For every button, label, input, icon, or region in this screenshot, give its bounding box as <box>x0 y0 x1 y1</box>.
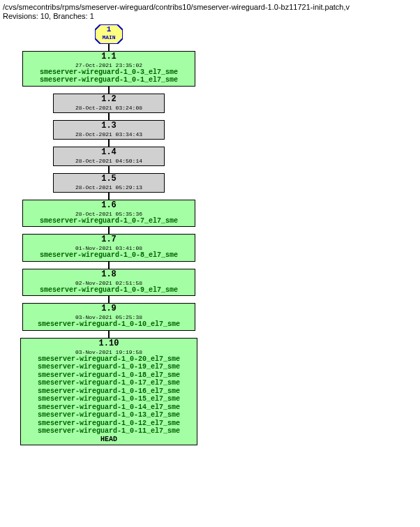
revision-tag: smeserver-wireguard-1_0-13_el7_sme <box>25 411 193 420</box>
revision-tag: smeserver-wireguard-1_0-15_el7_sme <box>25 395 193 403</box>
revision-tag: smeserver-wireguard-1_0-11_el7_sme <box>25 427 193 436</box>
revision-date: 03-Nov-2021 05:25:38 <box>27 314 190 320</box>
revision-date: 27-Oct-2021 23:35:02 <box>27 62 190 68</box>
connector <box>108 113 110 120</box>
revision-tag: smeserver-wireguard-1_0-8_el7_sme <box>27 251 190 260</box>
connector <box>108 140 110 147</box>
revision-date: 28-Oct-2021 03:34:43 <box>58 131 160 138</box>
revision-tag: smeserver-wireguard-1_0-1_el7_sme <box>27 76 190 84</box>
revision-date: 28-Oct-2021 03:24:08 <box>58 105 160 111</box>
revision-box[interactable]: 1.428-Oct-2021 04:50:14 <box>53 147 165 166</box>
revision-tag: smeserver-wireguard-1_0-17_el7_sme <box>25 379 193 387</box>
revision-box[interactable]: 1.528-Oct-2021 05:29:13 <box>53 173 165 193</box>
file-path: /cvs/smecontribs/rpms/smeserver-wireguar… <box>3 3 417 11</box>
revision-tag: smeserver-wireguard-1_0-3_el7_sme <box>27 68 190 77</box>
revision-box[interactable]: 1.228-Oct-2021 03:24:08 <box>53 94 165 113</box>
revision-number: 1.8 <box>27 270 190 280</box>
revision-number: 1.4 <box>58 148 160 158</box>
branch-number: 1 <box>95 25 123 34</box>
connector <box>108 227 110 234</box>
revision-number: 1.6 <box>27 201 190 211</box>
revision-tag: smeserver-wireguard-1_0-14_el7_sme <box>25 403 193 412</box>
revision-number: 1.10 <box>25 339 193 349</box>
connector <box>108 44 110 51</box>
revision-box[interactable]: 1.127-Oct-2021 23:35:02smeserver-wiregua… <box>22 51 195 87</box>
revision-tag: smeserver-wireguard-1_0-10_el7_sme <box>27 320 190 329</box>
revision-date: 28-Oct-2021 05:29:13 <box>58 184 160 191</box>
revision-box[interactable]: 1.802-Nov-2021 02:51:58smeserver-wiregua… <box>22 269 195 296</box>
revision-date: 03-Nov-2021 19:19:58 <box>25 349 193 355</box>
revision-tag: smeserver-wireguard-1_0-7_el7_sme <box>27 217 190 225</box>
revision-number: 1.1 <box>27 52 190 62</box>
revision-tag: smeserver-wireguard-1_0-19_el7_sme <box>25 363 193 371</box>
revision-date: 01-Nov-2021 03:41:08 <box>27 245 190 251</box>
revision-box[interactable]: 1.1003-Nov-2021 19:19:58smeserver-wiregu… <box>20 338 197 445</box>
revision-tag: smeserver-wireguard-1_0-9_el7_sme <box>27 286 190 295</box>
connector <box>108 166 110 173</box>
revision-date: 28-Oct-2021 05:35:36 <box>27 211 190 217</box>
revision-box[interactable]: 1.701-Nov-2021 03:41:08smeserver-wiregua… <box>22 234 195 261</box>
revision-number: 1.2 <box>58 95 160 105</box>
connector <box>108 331 110 338</box>
revision-date: 28-Oct-2021 04:50:14 <box>58 158 160 164</box>
revision-date: 02-Nov-2021 02:51:58 <box>27 280 190 286</box>
revision-number: 1.5 <box>58 175 160 184</box>
revision-box[interactable]: 1.628-Oct-2021 05:35:36smeserver-wiregua… <box>22 200 195 227</box>
branch-box[interactable]: 1 MAIN <box>95 24 123 44</box>
connector <box>108 262 110 269</box>
revisions-summary: Revisions: 10, Branches: 1 <box>3 12 417 20</box>
revision-tag: smeserver-wireguard-1_0-20_el7_sme <box>25 355 193 364</box>
revision-tag: smeserver-wireguard-1_0-16_el7_sme <box>25 387 193 396</box>
connector <box>108 193 110 200</box>
revision-number: 1.7 <box>27 235 190 245</box>
revision-box[interactable]: 1.328-Oct-2021 03:34:43 <box>53 120 165 140</box>
connector <box>108 87 110 94</box>
branch-name: MAIN <box>95 34 123 40</box>
revision-box[interactable]: 1.903-Nov-2021 05:25:38smeserver-wiregua… <box>22 303 195 330</box>
revision-tag: smeserver-wireguard-1_0-18_el7_sme <box>25 371 193 380</box>
revision-number: 1.9 <box>27 304 190 314</box>
revision-head: HEAD <box>25 436 193 444</box>
revision-graph: 1 MAIN 1.127-Oct-2021 23:35:02smeserver-… <box>3 24 417 445</box>
revision-number: 1.3 <box>58 121 160 131</box>
revision-tag: smeserver-wireguard-1_0-12_el7_sme <box>25 420 193 428</box>
connector <box>108 296 110 303</box>
